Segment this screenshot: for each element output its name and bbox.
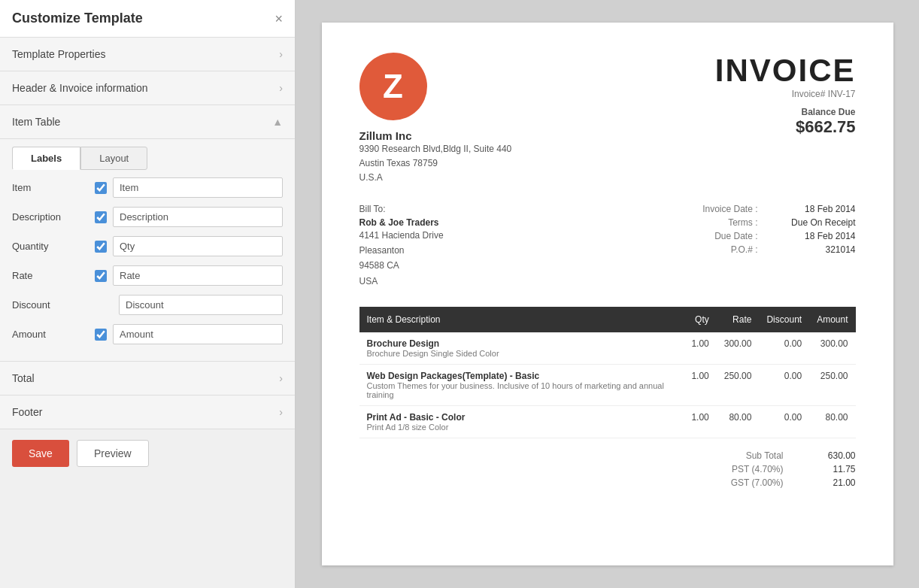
template-properties-arrow: › <box>279 48 283 60</box>
meta-value: 321014 <box>773 244 856 255</box>
input-description[interactable] <box>113 207 283 227</box>
meta-value: Due On Receipt <box>773 217 856 228</box>
company-logo: Z <box>359 53 427 120</box>
item-name: Print Ad - Basic - Color <box>367 412 677 423</box>
template-properties-section[interactable]: Template Properties › <box>0 38 295 71</box>
totals-value: 630.00 <box>796 450 856 461</box>
meta-key: P.O.# : <box>731 244 758 255</box>
table-header-row: Item & Description Qty Rate Discount Amo… <box>359 307 856 332</box>
meta-key: Due Date : <box>714 231 757 241</box>
item-table-header[interactable]: Item Table ▲ <box>0 105 295 139</box>
invoice-paper: Z Zillum Inc 9390 Research Blvd,Bldg II,… <box>322 23 893 565</box>
totals-row: PST (4.70%)11.75 <box>615 464 856 474</box>
th-discount: Discount <box>759 307 809 332</box>
invoice-number: Invoice# INV-17 <box>715 89 856 99</box>
header-invoice-label: Header & Invoice information <box>12 82 148 94</box>
meta-row: Terms :Due On Receipt <box>702 217 855 228</box>
checkbox-description[interactable] <box>95 211 107 223</box>
cell-item-desc: Web Design Packages(Template) - Basic Cu… <box>359 365 684 406</box>
invoice-number-label: Invoice# <box>792 89 826 99</box>
totals-label: Sub Total <box>645 450 796 461</box>
panel-header: Customize Template × <box>0 0 295 38</box>
bottom-buttons: Save Preview <box>0 429 295 477</box>
close-icon[interactable]: × <box>274 12 283 26</box>
fields-container: Item Description Quantity Rate <box>0 170 295 361</box>
input-quantity[interactable] <box>113 236 283 256</box>
cell-amount: 250.00 <box>809 365 855 406</box>
cell-qty: 1.00 <box>684 365 716 406</box>
checkbox-amount[interactable] <box>95 329 107 341</box>
tab-layout[interactable]: Layout <box>80 147 147 170</box>
company-block: Z Zillum Inc 9390 Research Blvd,Bldg II,… <box>359 53 512 186</box>
field-row-discount: Discount <box>12 295 283 315</box>
th-amount: Amount <box>809 307 855 332</box>
field-label-rate: Rate <box>12 270 95 281</box>
meta-row: Invoice Date :18 Feb 2014 <box>702 204 855 214</box>
invoice-number-value: INV-17 <box>828 89 856 99</box>
field-label-quantity: Quantity <box>12 241 95 252</box>
bill-to-name: Rob & Joe Traders <box>359 217 444 228</box>
meta-row: P.O.# :321014 <box>702 244 855 255</box>
checkbox-rate[interactable] <box>95 270 107 282</box>
meta-key: Invoice Date : <box>702 204 757 214</box>
field-row-description: Description <box>12 207 283 227</box>
footer-arrow: › <box>279 406 283 418</box>
table-row: Print Ad - Basic - Color Print Ad 1/8 si… <box>359 406 856 438</box>
header-invoice-section[interactable]: Header & Invoice information › <box>0 71 295 105</box>
panel-title: Customize Template <box>12 11 143 26</box>
totals-value: 21.00 <box>796 477 856 488</box>
checkbox-quantity[interactable] <box>95 241 107 253</box>
invoice-meta: Invoice Date :18 Feb 2014Terms :Due On R… <box>702 204 855 289</box>
field-label-item: Item <box>12 182 95 193</box>
invoice-table: Item & Description Qty Rate Discount Amo… <box>359 307 856 438</box>
invoice-totals: Sub Total630.00PST (4.70%)11.75GST (7.00… <box>359 450 856 491</box>
totals-row: Sub Total630.00 <box>615 450 856 461</box>
field-row-amount: Amount <box>12 324 283 344</box>
balance-due-amount: $662.75 <box>715 117 856 137</box>
field-label-description: Description <box>12 211 95 223</box>
meta-value: 18 Feb 2014 <box>773 231 856 241</box>
save-button[interactable]: Save <box>12 440 69 467</box>
cell-amount: 80.00 <box>809 406 855 438</box>
invoice-table-body: Brochure Design Brochure Design Single S… <box>359 332 856 438</box>
bill-to-addr2: Pleasanton <box>359 243 444 258</box>
invoice-title: INVOICE <box>715 53 856 89</box>
left-panel: Customize Template × Template Properties… <box>0 0 296 588</box>
input-rate[interactable] <box>113 265 283 286</box>
total-label: Total <box>12 372 35 384</box>
item-table-section: Item Table ▲ Labels Layout Item Descript… <box>0 105 295 362</box>
cell-qty: 1.00 <box>684 332 716 365</box>
cell-discount: 0.00 <box>759 406 809 438</box>
totals-label: PST (4.70%) <box>645 464 796 474</box>
item-table-label: Item Table <box>12 116 60 128</box>
item-table-arrow: ▲ <box>272 116 283 128</box>
checkbox-item[interactable] <box>95 182 107 194</box>
input-item[interactable] <box>113 177 283 198</box>
cell-item-desc: Print Ad - Basic - Color Print Ad 1/8 si… <box>359 406 684 438</box>
meta-value: 18 Feb 2014 <box>773 204 856 214</box>
total-arrow: › <box>279 372 283 384</box>
item-table-tabs: Labels Layout <box>0 139 295 170</box>
tab-labels[interactable]: Labels <box>12 147 80 170</box>
company-address-line3: U.S.A <box>359 171 512 185</box>
cell-rate: 80.00 <box>717 406 760 438</box>
meta-key: Terms : <box>728 217 757 228</box>
bill-to-label: Bill To: <box>359 204 444 214</box>
field-label-amount: Amount <box>12 329 95 340</box>
bill-to-addr3: 94588 CA <box>359 258 444 273</box>
item-name: Brochure Design <box>367 338 677 349</box>
th-qty: Qty <box>684 307 716 332</box>
company-address-line2: Austin Texas 78759 <box>359 156 512 171</box>
input-amount[interactable] <box>113 324 283 344</box>
item-description: Print Ad 1/8 size Color <box>367 423 677 432</box>
preview-button[interactable]: Preview <box>77 440 149 467</box>
invoice-table-head: Item & Description Qty Rate Discount Amo… <box>359 307 856 332</box>
th-item-desc: Item & Description <box>359 307 684 332</box>
total-section[interactable]: Total › <box>0 362 295 396</box>
field-row-rate: Rate <box>12 265 283 286</box>
input-discount[interactable] <box>119 295 283 315</box>
footer-section[interactable]: Footer › <box>0 396 295 429</box>
company-address-line1: 9390 Research Blvd,Bldg II, Suite 440 <box>359 142 512 156</box>
template-properties-label: Template Properties <box>12 48 106 60</box>
bill-to-addr4: USA <box>359 274 444 289</box>
